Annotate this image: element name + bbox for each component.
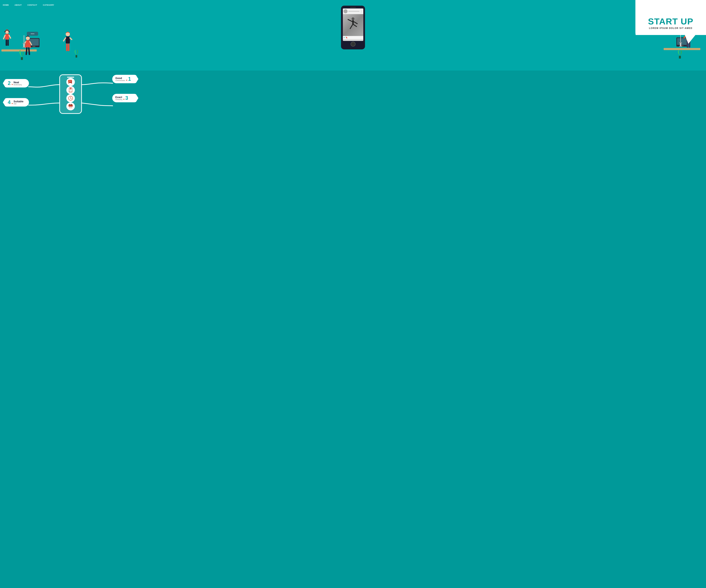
svg-rect-9 (5, 34, 9, 40)
label-suitable: Suitable (13, 100, 24, 103)
plant-left (18, 49, 26, 61)
svg-point-69 (69, 108, 70, 108)
svg-point-44 (69, 81, 70, 82)
phone-notch (67, 77, 74, 78)
microphone-left (22, 35, 26, 48)
label-good: Good (115, 77, 125, 80)
navigation: HOME ABOUT CONTACT CATEGORY (0, 0, 79, 10)
icon-date (66, 102, 75, 111)
svg-point-45 (70, 81, 70, 82)
svg-point-46 (71, 81, 71, 82)
info-box-suitable: 4 Suitable Date (3, 98, 29, 107)
svg-rect-24 (68, 43, 70, 51)
number-2: 2 (8, 81, 11, 86)
number-1: 1 (128, 77, 131, 82)
dot-2 (12, 84, 13, 85)
label-communication: Communication (115, 80, 125, 81)
svg-line-17 (26, 48, 27, 54)
arrow-box-good: Good Communication 1 (112, 75, 139, 83)
svg-line-18 (29, 48, 29, 54)
nav-about[interactable]: ABOUT (14, 4, 22, 6)
svg-point-70 (70, 108, 71, 108)
arrow-box-suitable: 4 Suitable Date (3, 98, 29, 107)
svg-rect-37 (23, 47, 26, 48)
icon-scheduling (66, 94, 75, 102)
person-headphones (3, 28, 15, 51)
svg-rect-8 (8, 31, 10, 33)
svg-rect-51 (70, 89, 72, 89)
number-3: 3 (125, 95, 128, 100)
svg-line-21 (64, 38, 66, 41)
number-4: 4 (8, 100, 11, 105)
label-bookkeeping: Bookkeeping (13, 84, 22, 85)
svg-point-67 (70, 107, 71, 108)
svg-rect-20 (66, 36, 70, 43)
svg-point-71 (72, 108, 72, 108)
svg-line-22 (70, 38, 72, 40)
label-date: Date (13, 103, 24, 104)
svg-rect-73 (71, 104, 72, 105)
nav-category[interactable]: CATEGORY (43, 4, 54, 6)
info-box-exact: Exact Scheduling 3 (112, 94, 139, 102)
label-exact: Exact (115, 96, 122, 99)
hero-section: START UP LOREM IPSUM DOLOR SIT AMED ⋮ (0, 0, 141, 71)
icon-communication (66, 78, 75, 86)
svg-rect-33 (76, 55, 77, 57)
svg-rect-13 (7, 40, 9, 46)
svg-point-66 (69, 107, 70, 108)
svg-point-58 (70, 98, 71, 98)
dot-3 (123, 99, 124, 100)
svg-rect-34 (24, 35, 24, 44)
svg-rect-36 (23, 44, 25, 47)
svg-rect-50 (70, 88, 72, 89)
person-standing (62, 31, 73, 56)
dot-4 (12, 103, 13, 104)
svg-rect-72 (70, 104, 70, 105)
svg-rect-31 (21, 57, 23, 60)
arrow-box-neat: 2 Neat Bookkeeping (3, 79, 29, 87)
svg-rect-7 (4, 31, 6, 33)
dot-1 (126, 80, 127, 81)
chat-bubble-left (27, 32, 38, 36)
plant-center (73, 48, 80, 59)
svg-rect-35 (23, 43, 26, 44)
label-scheduling: Scheduling (115, 99, 122, 100)
icon-bookkeeping (66, 86, 75, 94)
svg-line-10 (3, 35, 5, 39)
svg-line-11 (9, 35, 11, 38)
svg-rect-12 (6, 40, 7, 46)
info-box-neat: 2 Neat Bookkeeping (3, 79, 29, 87)
info-box-good: Good Communication 1 (112, 75, 139, 83)
infographic-section: 2 Neat Bookkeeping 4 Suitable Date Good … (0, 71, 141, 118)
label-neat: Neat (13, 81, 22, 84)
nav-home[interactable]: HOME (3, 4, 9, 6)
arrow-box-exact: Exact Scheduling 3 (112, 94, 139, 102)
svg-point-68 (72, 107, 72, 108)
center-phone (59, 74, 82, 114)
nav-contact[interactable]: CONTACT (27, 4, 37, 6)
svg-rect-43 (69, 81, 72, 83)
svg-rect-65 (69, 106, 73, 107)
svg-rect-23 (66, 43, 68, 51)
svg-rect-53 (70, 88, 72, 88)
